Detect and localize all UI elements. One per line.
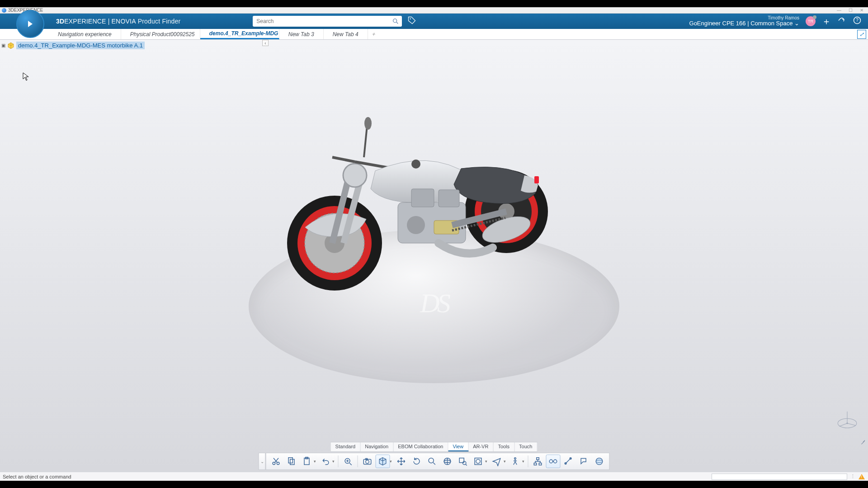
tooltab-navigation[interactable]: Navigation bbox=[360, 442, 393, 451]
annotation-icon[interactable] bbox=[577, 455, 591, 468]
model-motorbike bbox=[280, 108, 570, 297]
tab-physical-product[interactable]: Physical Product00092525 bbox=[121, 29, 200, 39]
tree-root-label[interactable]: demo.4_TR_Example-MDG-MES motorbike A.1 bbox=[16, 42, 145, 49]
help-button[interactable]: ? bbox=[853, 16, 862, 27]
tooltab-standard[interactable]: Standard bbox=[331, 442, 361, 451]
search-button[interactable] bbox=[389, 16, 402, 27]
avatar[interactable]: TR bbox=[806, 16, 816, 26]
svg-point-2 bbox=[410, 18, 411, 19]
cube-view-dropdown-icon[interactable]: ▾ bbox=[390, 459, 393, 464]
tab-new-4[interactable]: New Tab 4 bbox=[324, 29, 368, 39]
paste-icon[interactable] bbox=[300, 455, 314, 468]
layer-box-dropdown-icon[interactable]: ▾ bbox=[485, 459, 489, 464]
fullscreen-toggle-button[interactable]: ⤢ bbox=[857, 30, 866, 39]
user-name-label: Timothy Ramos bbox=[689, 15, 799, 20]
status-warning-icon[interactable] bbox=[858, 473, 865, 480]
collab-space-label: GoEngineer CPE 166 | Common Space bbox=[689, 20, 793, 27]
window-maximize-button[interactable]: ☐ bbox=[849, 8, 853, 13]
walk-dropdown-icon[interactable]: ▾ bbox=[522, 459, 526, 464]
svg-point-57 bbox=[549, 460, 552, 463]
svg-point-20 bbox=[364, 117, 372, 130]
app-title: 3DEXPERIENCE | ENOVIAProduct Finder bbox=[56, 18, 180, 25]
layer-box-icon[interactable] bbox=[471, 455, 486, 468]
tag-icon[interactable] bbox=[407, 16, 416, 27]
svg-rect-39 bbox=[290, 459, 294, 465]
svg-point-46 bbox=[429, 458, 434, 463]
viewport-3d[interactable]: ‹ ▣ demo.4_TR_Example-MDG-MES motorbike … bbox=[0, 40, 868, 472]
app-window: 3DEXPERIENCE — ☐ ✕ DS 3DEXPERIENCE | ENO… bbox=[0, 7, 868, 481]
tooltab-touch[interactable]: Touch bbox=[514, 442, 537, 451]
svg-point-50 bbox=[463, 461, 466, 465]
tree-expand-icon[interactable]: ▣ bbox=[1, 43, 5, 48]
plane-fly-dropdown-icon[interactable]: ▾ bbox=[504, 459, 507, 464]
relation-icon[interactable] bbox=[546, 455, 561, 468]
svg-rect-22 bbox=[534, 176, 539, 183]
svg-rect-38 bbox=[288, 458, 292, 463]
tooltab-arvr[interactable]: AR-VR bbox=[468, 442, 493, 451]
svg-point-52 bbox=[476, 459, 480, 463]
app-header: DS 3DEXPERIENCE | ENOVIAProduct Finder T… bbox=[0, 14, 868, 29]
svg-point-44 bbox=[366, 460, 369, 463]
walk-icon[interactable] bbox=[508, 455, 523, 468]
tab-navigation-experience[interactable]: Navigation experience bbox=[49, 29, 121, 39]
cube-view-icon[interactable] bbox=[376, 455, 390, 468]
svg-point-35 bbox=[846, 422, 848, 424]
resize-handle-icon[interactable] bbox=[859, 437, 865, 444]
window-minimize-button[interactable]: — bbox=[837, 8, 841, 13]
tree-collapse-button[interactable]: ‹ bbox=[262, 40, 269, 46]
pan-icon[interactable] bbox=[394, 455, 409, 468]
camera-icon[interactable] bbox=[360, 455, 375, 468]
measure-icon[interactable] bbox=[561, 455, 576, 468]
view-compass-icon[interactable] bbox=[835, 408, 859, 431]
svg-line-34 bbox=[847, 423, 856, 426]
tab-demo4-active[interactable]: demo.4_TR_Example-MDG bbox=[200, 29, 279, 39]
svg-rect-24 bbox=[411, 189, 434, 207]
search-input[interactable] bbox=[253, 16, 402, 27]
spec-tree: ▣ demo.4_TR_Example-MDG-MES motorbike A.… bbox=[1, 42, 145, 49]
tooltab-view[interactable]: View bbox=[448, 442, 468, 451]
svg-line-18 bbox=[332, 157, 355, 162]
action-bar: ⌄ ▾ ▾ ▾ ▾ bbox=[259, 453, 610, 470]
add-button[interactable]: ＋ bbox=[822, 15, 831, 28]
undo-icon[interactable] bbox=[318, 455, 333, 468]
zoom-icon[interactable] bbox=[425, 455, 439, 468]
rotate-icon[interactable] bbox=[410, 455, 424, 468]
tab-new-3[interactable]: New Tab 3 bbox=[279, 29, 324, 39]
svg-line-33 bbox=[840, 423, 847, 427]
svg-point-61 bbox=[596, 458, 603, 465]
product-node-icon bbox=[7, 42, 14, 49]
window-close-button[interactable]: ✕ bbox=[860, 8, 863, 13]
user-block[interactable]: Timothy Ramos GoEngineer CPE 166 | Commo… bbox=[689, 15, 799, 27]
undo-dropdown-icon[interactable]: ▾ bbox=[332, 459, 336, 464]
share-button[interactable] bbox=[837, 16, 846, 27]
actionbar-expand-button[interactable]: ⌄ bbox=[259, 453, 266, 470]
svg-text:?: ? bbox=[856, 18, 859, 23]
tab-add-button[interactable]: ＋ bbox=[368, 29, 379, 39]
chevron-down-icon: ⌄ bbox=[794, 20, 799, 27]
copy-icon[interactable] bbox=[284, 455, 299, 468]
status-input[interactable] bbox=[712, 474, 847, 480]
hierarchy-icon[interactable] bbox=[531, 455, 545, 468]
cursor-icon bbox=[23, 72, 29, 83]
plane-fly-icon[interactable] bbox=[490, 455, 504, 468]
svg-rect-56 bbox=[539, 463, 542, 465]
paste-dropdown-icon[interactable]: ▾ bbox=[314, 459, 317, 464]
status-hint-label: Select an object or a command bbox=[3, 474, 71, 479]
svg-point-26 bbox=[407, 216, 425, 234]
app-os-icon bbox=[2, 8, 6, 13]
svg-rect-25 bbox=[439, 190, 459, 207]
zoom-area-icon[interactable] bbox=[456, 455, 470, 468]
tooltab-ebom[interactable]: EBOM Collaboration bbox=[393, 442, 448, 451]
svg-point-53 bbox=[514, 458, 516, 460]
svg-point-16 bbox=[343, 164, 367, 187]
zoom-fit-icon[interactable] bbox=[341, 455, 355, 468]
globe-icon[interactable] bbox=[440, 455, 455, 468]
sphere-icon[interactable] bbox=[592, 455, 607, 468]
svg-rect-54 bbox=[537, 458, 539, 460]
compass-hub[interactable] bbox=[16, 10, 48, 42]
cut-icon[interactable] bbox=[269, 455, 283, 468]
tooltab-tools[interactable]: Tools bbox=[493, 442, 514, 451]
svg-point-58 bbox=[553, 460, 557, 463]
status-options-icon[interactable]: ⋮ bbox=[849, 473, 856, 480]
svg-rect-55 bbox=[534, 463, 537, 465]
